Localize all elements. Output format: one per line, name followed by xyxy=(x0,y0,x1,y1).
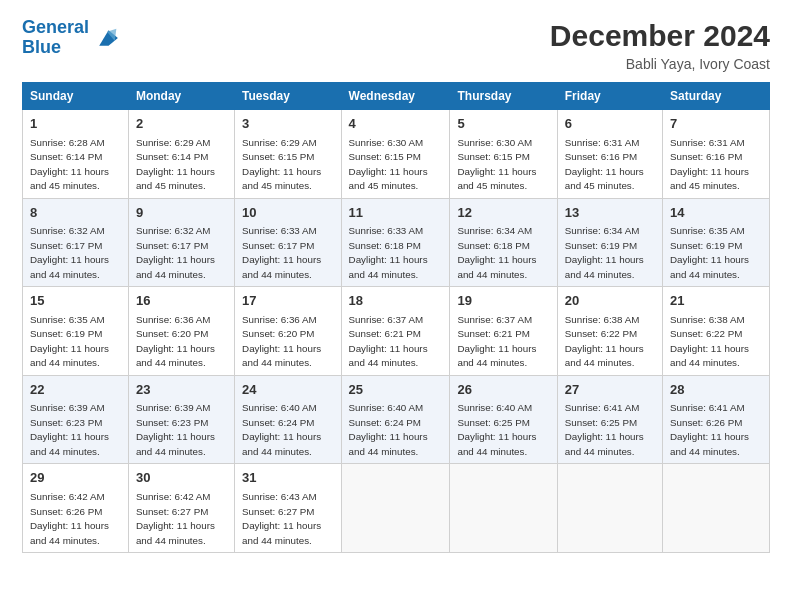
day-number: 12 xyxy=(457,204,549,222)
table-row xyxy=(557,464,662,553)
col-tuesday: Tuesday xyxy=(235,83,341,110)
table-row: 30Sunrise: 6:42 AMSunset: 6:27 PMDayligh… xyxy=(128,464,234,553)
day-number: 19 xyxy=(457,292,549,310)
day-number: 21 xyxy=(670,292,762,310)
day-number: 5 xyxy=(457,115,549,133)
day-info: Sunrise: 6:30 AMSunset: 6:15 PMDaylight:… xyxy=(349,137,428,192)
table-row: 19Sunrise: 6:37 AMSunset: 6:21 PMDayligh… xyxy=(450,287,557,376)
day-number: 17 xyxy=(242,292,333,310)
table-row: 10Sunrise: 6:33 AMSunset: 6:17 PMDayligh… xyxy=(235,198,341,287)
day-info: Sunrise: 6:36 AMSunset: 6:20 PMDaylight:… xyxy=(242,314,321,369)
day-number: 4 xyxy=(349,115,443,133)
day-info: Sunrise: 6:33 AMSunset: 6:18 PMDaylight:… xyxy=(349,225,428,280)
header: General Blue December 2024 Babli Yaya, I… xyxy=(22,18,770,72)
day-number: 3 xyxy=(242,115,333,133)
table-row: 18Sunrise: 6:37 AMSunset: 6:21 PMDayligh… xyxy=(341,287,450,376)
day-info: Sunrise: 6:38 AMSunset: 6:22 PMDaylight:… xyxy=(670,314,749,369)
table-row: 16Sunrise: 6:36 AMSunset: 6:20 PMDayligh… xyxy=(128,287,234,376)
table-row: 2Sunrise: 6:29 AMSunset: 6:14 PMDaylight… xyxy=(128,110,234,199)
table-row: 14Sunrise: 6:35 AMSunset: 6:19 PMDayligh… xyxy=(663,198,770,287)
day-info: Sunrise: 6:32 AMSunset: 6:17 PMDaylight:… xyxy=(136,225,215,280)
table-row: 15Sunrise: 6:35 AMSunset: 6:19 PMDayligh… xyxy=(23,287,129,376)
day-info: Sunrise: 6:41 AMSunset: 6:26 PMDaylight:… xyxy=(670,402,749,457)
day-info: Sunrise: 6:35 AMSunset: 6:19 PMDaylight:… xyxy=(30,314,109,369)
table-row: 20Sunrise: 6:38 AMSunset: 6:22 PMDayligh… xyxy=(557,287,662,376)
table-row: 13Sunrise: 6:34 AMSunset: 6:19 PMDayligh… xyxy=(557,198,662,287)
col-wednesday: Wednesday xyxy=(341,83,450,110)
day-info: Sunrise: 6:29 AMSunset: 6:14 PMDaylight:… xyxy=(136,137,215,192)
title-block: December 2024 Babli Yaya, Ivory Coast xyxy=(550,18,770,72)
day-number: 29 xyxy=(30,469,121,487)
table-row: 21Sunrise: 6:38 AMSunset: 6:22 PMDayligh… xyxy=(663,287,770,376)
calendar-table: Sunday Monday Tuesday Wednesday Thursday… xyxy=(22,82,770,553)
table-row: 24Sunrise: 6:40 AMSunset: 6:24 PMDayligh… xyxy=(235,375,341,464)
logo-general: General xyxy=(22,17,89,37)
day-info: Sunrise: 6:38 AMSunset: 6:22 PMDaylight:… xyxy=(565,314,644,369)
day-number: 9 xyxy=(136,204,227,222)
page: General Blue December 2024 Babli Yaya, I… xyxy=(0,0,792,612)
table-row: 28Sunrise: 6:41 AMSunset: 6:26 PMDayligh… xyxy=(663,375,770,464)
calendar-week-row: 22Sunrise: 6:39 AMSunset: 6:23 PMDayligh… xyxy=(23,375,770,464)
day-info: Sunrise: 6:28 AMSunset: 6:14 PMDaylight:… xyxy=(30,137,109,192)
day-number: 8 xyxy=(30,204,121,222)
col-thursday: Thursday xyxy=(450,83,557,110)
day-number: 24 xyxy=(242,381,333,399)
table-row: 29Sunrise: 6:42 AMSunset: 6:26 PMDayligh… xyxy=(23,464,129,553)
calendar-week-row: 15Sunrise: 6:35 AMSunset: 6:19 PMDayligh… xyxy=(23,287,770,376)
table-row: 31Sunrise: 6:43 AMSunset: 6:27 PMDayligh… xyxy=(235,464,341,553)
calendar-header-row: Sunday Monday Tuesday Wednesday Thursday… xyxy=(23,83,770,110)
day-number: 23 xyxy=(136,381,227,399)
day-info: Sunrise: 6:42 AMSunset: 6:27 PMDaylight:… xyxy=(136,491,215,546)
day-info: Sunrise: 6:40 AMSunset: 6:25 PMDaylight:… xyxy=(457,402,536,457)
table-row: 25Sunrise: 6:40 AMSunset: 6:24 PMDayligh… xyxy=(341,375,450,464)
table-row: 27Sunrise: 6:41 AMSunset: 6:25 PMDayligh… xyxy=(557,375,662,464)
table-row: 5Sunrise: 6:30 AMSunset: 6:15 PMDaylight… xyxy=(450,110,557,199)
day-number: 7 xyxy=(670,115,762,133)
day-info: Sunrise: 6:37 AMSunset: 6:21 PMDaylight:… xyxy=(349,314,428,369)
day-number: 10 xyxy=(242,204,333,222)
day-number: 22 xyxy=(30,381,121,399)
table-row: 7Sunrise: 6:31 AMSunset: 6:16 PMDaylight… xyxy=(663,110,770,199)
table-row: 22Sunrise: 6:39 AMSunset: 6:23 PMDayligh… xyxy=(23,375,129,464)
day-info: Sunrise: 6:31 AMSunset: 6:16 PMDaylight:… xyxy=(565,137,644,192)
day-number: 25 xyxy=(349,381,443,399)
col-saturday: Saturday xyxy=(663,83,770,110)
day-info: Sunrise: 6:39 AMSunset: 6:23 PMDaylight:… xyxy=(30,402,109,457)
day-number: 31 xyxy=(242,469,333,487)
table-row: 3Sunrise: 6:29 AMSunset: 6:15 PMDaylight… xyxy=(235,110,341,199)
day-number: 30 xyxy=(136,469,227,487)
day-number: 14 xyxy=(670,204,762,222)
table-row: 26Sunrise: 6:40 AMSunset: 6:25 PMDayligh… xyxy=(450,375,557,464)
logo-icon xyxy=(93,24,121,52)
logo-blue: Blue xyxy=(22,37,61,57)
day-number: 2 xyxy=(136,115,227,133)
calendar-week-row: 8Sunrise: 6:32 AMSunset: 6:17 PMDaylight… xyxy=(23,198,770,287)
day-number: 1 xyxy=(30,115,121,133)
day-info: Sunrise: 6:41 AMSunset: 6:25 PMDaylight:… xyxy=(565,402,644,457)
table-row: 9Sunrise: 6:32 AMSunset: 6:17 PMDaylight… xyxy=(128,198,234,287)
table-row xyxy=(450,464,557,553)
logo-text: General Blue xyxy=(22,18,89,58)
col-monday: Monday xyxy=(128,83,234,110)
table-row: 11Sunrise: 6:33 AMSunset: 6:18 PMDayligh… xyxy=(341,198,450,287)
day-number: 13 xyxy=(565,204,655,222)
calendar-week-row: 29Sunrise: 6:42 AMSunset: 6:26 PMDayligh… xyxy=(23,464,770,553)
day-info: Sunrise: 6:42 AMSunset: 6:26 PMDaylight:… xyxy=(30,491,109,546)
table-row: 6Sunrise: 6:31 AMSunset: 6:16 PMDaylight… xyxy=(557,110,662,199)
day-info: Sunrise: 6:33 AMSunset: 6:17 PMDaylight:… xyxy=(242,225,321,280)
day-number: 11 xyxy=(349,204,443,222)
table-row: 23Sunrise: 6:39 AMSunset: 6:23 PMDayligh… xyxy=(128,375,234,464)
table-row: 8Sunrise: 6:32 AMSunset: 6:17 PMDaylight… xyxy=(23,198,129,287)
day-info: Sunrise: 6:36 AMSunset: 6:20 PMDaylight:… xyxy=(136,314,215,369)
day-number: 6 xyxy=(565,115,655,133)
col-friday: Friday xyxy=(557,83,662,110)
table-row: 17Sunrise: 6:36 AMSunset: 6:20 PMDayligh… xyxy=(235,287,341,376)
day-info: Sunrise: 6:30 AMSunset: 6:15 PMDaylight:… xyxy=(457,137,536,192)
table-row xyxy=(663,464,770,553)
day-info: Sunrise: 6:35 AMSunset: 6:19 PMDaylight:… xyxy=(670,225,749,280)
day-info: Sunrise: 6:40 AMSunset: 6:24 PMDaylight:… xyxy=(349,402,428,457)
table-row: 1Sunrise: 6:28 AMSunset: 6:14 PMDaylight… xyxy=(23,110,129,199)
day-number: 16 xyxy=(136,292,227,310)
logo: General Blue xyxy=(22,18,121,58)
day-info: Sunrise: 6:32 AMSunset: 6:17 PMDaylight:… xyxy=(30,225,109,280)
